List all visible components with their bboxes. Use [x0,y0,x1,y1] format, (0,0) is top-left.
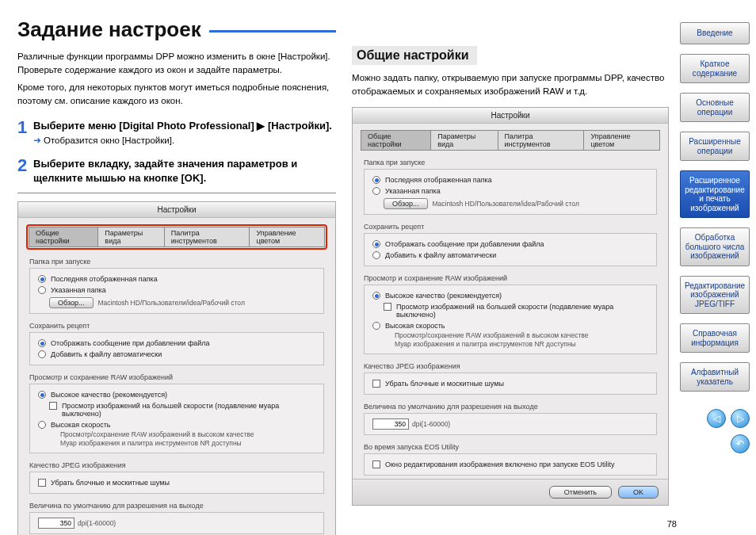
radio-specified-folder-r[interactable]: Указанная папка [372,185,648,197]
step2-title: Выберите вкладку, задайте значения парам… [33,157,336,185]
group-jpeg-label: Качество JPEG изображения [29,461,324,469]
next-page-icon[interactable]: ▷ [731,409,750,428]
title-rule [209,30,336,32]
tab-color-r[interactable]: Управление цветом [584,130,660,151]
dialog-left: Настройки Общие настройки Параметры вида… [17,201,336,535]
dpi-unit-r: dpi(1-60000) [412,420,450,428]
group-res-label-r: Величина по умолчанию для разрешения на … [364,403,657,411]
raw-note-1: Просмотр/сохранение RAW изображений в вы… [60,430,315,439]
folder-path: Macintosh HD/Пользователи/idea/Рабочий с… [98,299,245,307]
cancel-button-r[interactable]: Отменить [549,486,612,499]
return-icon[interactable]: ↶ [731,434,750,453]
radio-high-quality[interactable]: Высокое качество (рекомендуется) [38,389,315,400]
step1-title: Выберите меню [Digital Photo Professiona… [33,119,336,133]
group-recipe-label: Сохранить рецепт [29,322,324,330]
intro-text-1: Различные функции программы DPP можно из… [17,50,336,76]
raw-note-1-r: Просмотр/сохранение RAW изображений в вы… [395,331,648,340]
section-title-general: Общие настройки [352,46,477,65]
check-recipe-msg-r[interactable]: Отображать сообщение при добавлении файл… [372,239,648,250]
sidebar: Введение Краткое содержание Основные опе… [677,0,756,535]
section-intro: Можно задать папку, открываемую при запу… [352,71,669,97]
group-recipe-label-r: Сохранить рецепт [364,223,657,231]
tab-color[interactable]: Управление цветом [250,227,325,247]
check-jpeg-noise[interactable]: Убрать блочные и москитные шумы [38,477,315,488]
check-recipe-auto-r[interactable]: Добавить к файлу автоматически [372,250,648,261]
page-title: Задание настроек [17,17,201,42]
ok-button-r[interactable]: OK [618,486,659,499]
raw-note-2: Муар изображения и палитра инструментов … [60,439,315,448]
nav-jpeg-tiff[interactable]: Редактирование изображений JPEG/TIFF [680,276,750,315]
dialog-title: Настройки [18,202,335,218]
radio-high-speed[interactable]: Высокая скорость [38,419,315,430]
dialog-right: Настройки Общие настройки Параметры вида… [352,107,669,506]
dialog-title-r: Настройки [353,108,668,124]
nav-adv-ops[interactable]: Расширенные операции [680,132,750,161]
check-eos-edit-r[interactable]: Окно редактирования изображения включено… [372,459,648,470]
group-startup-label-r: Папка при запуске [364,159,657,166]
step1-sub: ➜Отобразится окно [Настройки]. [33,135,336,146]
check-recipe-auto[interactable]: Добавить к файлу автоматически [38,349,315,360]
prev-page-icon[interactable]: ◁ [707,409,726,428]
dpi-input[interactable] [38,518,74,529]
radio-last-folder[interactable]: Последняя отображенная папка [38,273,315,285]
page-number: 78 [667,519,677,529]
check-recipe-msg[interactable]: Отображать сообщение при добавлении файл… [38,338,315,349]
step2-number: 2 [17,157,32,174]
group-eos-label-r: Во время запуска EOS Utility [364,443,657,451]
browse-button[interactable]: Обзор... [49,297,94,308]
tab-view-r[interactable]: Параметры вида [431,130,498,151]
tab-palette-r[interactable]: Палитра инструментов [498,130,585,151]
intro-text-2: Кроме того, для некоторых пунктов могут … [17,81,336,107]
folder-path-r: Macintosh HD/Пользователи/idea/Рабочий с… [433,200,579,208]
nav-intro[interactable]: Введение [680,22,750,44]
group-raw-label: Просмотр и сохранение RAW изображений [29,373,324,381]
check-fast-preview[interactable]: Просмотр изображений на большей скорости… [49,400,315,419]
browse-button-r[interactable]: Обзор... [384,198,428,209]
nav-adv-edit-print[interactable]: Расширенное редактирование и печать изоб… [680,170,750,218]
check-jpeg-noise-r[interactable]: Убрать блочные и москитные шумы [372,378,648,389]
step1-number: 1 [17,119,32,136]
radio-high-speed-r[interactable]: Высокая скорость [372,320,648,331]
dpi-input-r[interactable] [372,418,409,430]
tab-view[interactable]: Параметры вида [98,227,164,247]
raw-note-2-r: Муар изображения и палитра инструментов … [395,340,648,349]
check-fast-preview-r[interactable]: Просмотр изображений на большей скорости… [384,301,648,320]
radio-specified-folder[interactable]: Указанная папка [38,285,315,296]
radio-last-folder-r[interactable]: Последняя отображенная папка [372,174,648,185]
group-startup-label: Папка при запуске [29,258,324,266]
nav-reference[interactable]: Справочная информация [680,323,750,353]
nav-batch[interactable]: Обработка большого числа изображений [680,227,750,266]
dpi-unit: dpi(1-60000) [78,519,116,527]
nav-index[interactable]: Алфавитный указатель [680,362,750,392]
group-raw-label-r: Просмотр и сохранение RAW изображений [364,274,657,282]
tab-general-r[interactable]: Общие настройки [361,130,431,151]
group-jpeg-label-r: Качество JPEG изображения [364,362,657,370]
nav-contents[interactable]: Краткое содержание [680,54,750,83]
tab-palette[interactable]: Палитра инструментов [165,227,250,247]
radio-high-quality-r[interactable]: Высокое качество (рекомендуется) [372,290,648,301]
tab-general[interactable]: Общие настройки [29,227,98,247]
nav-basic-ops[interactable]: Основные операции [680,93,750,122]
group-res-label: Величина по умолчанию для разрешения на … [29,502,324,510]
